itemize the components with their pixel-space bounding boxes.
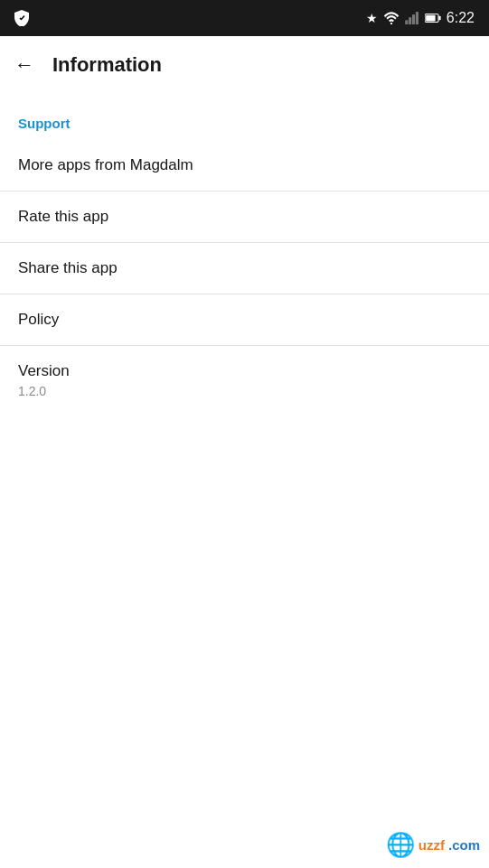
wifi-icon — [383, 12, 400, 24]
status-bar: ★ 6:22 — [0, 0, 489, 36]
menu-item-policy[interactable]: Policy — [0, 294, 489, 346]
status-bar-left-icons — [14, 10, 29, 26]
menu-item-policy-label: Policy — [18, 311, 59, 328]
watermark: 🌐 uzzf.com — [386, 831, 480, 859]
watermark-uzzf: uzzf — [418, 837, 445, 853]
svg-rect-1 — [405, 20, 408, 24]
page-title: Information — [52, 53, 162, 77]
svg-rect-6 — [438, 16, 440, 21]
watermark-logo: 🌐 — [386, 831, 415, 859]
svg-rect-4 — [416, 12, 418, 24]
toolbar: ← Information — [0, 36, 489, 94]
menu-item-rate-app[interactable]: Rate this app — [0, 191, 489, 243]
signal-icon — [405, 12, 419, 24]
svg-rect-7 — [426, 15, 436, 22]
menu-item-share-app-label: Share this app — [18, 259, 118, 276]
version-number: 1.2.0 — [18, 384, 471, 398]
menu-item-more-apps-label: More apps from Magdalm — [18, 156, 193, 173]
content-area: Support More apps from Magdalm Rate this… — [0, 94, 489, 415]
menu-item-more-apps[interactable]: More apps from Magdalm — [0, 140, 489, 191]
back-button[interactable]: ← — [14, 53, 34, 77]
version-label: Version — [18, 362, 471, 380]
svg-rect-3 — [412, 14, 415, 24]
battery-icon — [425, 13, 441, 23]
watermark-com: .com — [448, 837, 480, 853]
menu-item-version: Version 1.2.0 — [0, 346, 489, 415]
svg-rect-2 — [409, 17, 411, 24]
svg-point-0 — [390, 23, 392, 24]
status-time: 6:22 — [447, 10, 475, 26]
status-bar-right-icons: ★ 6:22 — [366, 10, 475, 26]
star-icon: ★ — [366, 11, 378, 25]
menu-item-rate-app-label: Rate this app — [18, 208, 108, 225]
vpn-icon — [14, 10, 29, 26]
menu-item-share-app[interactable]: Share this app — [0, 243, 489, 294]
section-header-support: Support — [0, 108, 489, 140]
